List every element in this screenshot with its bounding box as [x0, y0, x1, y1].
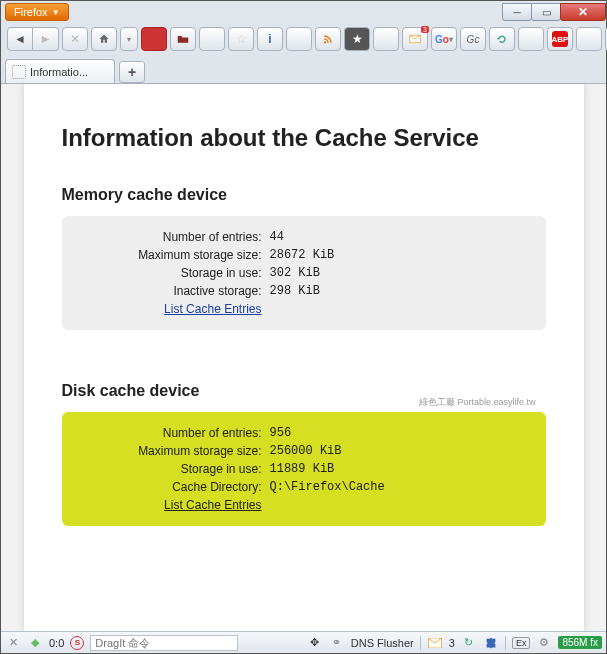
star-icon[interactable]: ☆	[228, 27, 254, 51]
disk-dir-label: Cache Directory:	[70, 478, 270, 496]
firefox-menu-button[interactable]: Firefox ▼	[5, 3, 69, 21]
info-icon[interactable]: i	[257, 27, 283, 51]
disk-entries-label: Number of entries:	[70, 424, 270, 442]
back-button[interactable]: ◄	[7, 27, 33, 51]
empty-button-2[interactable]	[286, 27, 312, 51]
gear-icon[interactable]: ⚙	[536, 635, 552, 651]
watermark-text: 綠色工廠 Portable.easylife.tw	[419, 396, 536, 409]
close-button[interactable]: ✕	[560, 3, 606, 21]
mem-inactive-value: 298 KiB	[270, 282, 320, 300]
dragit-input[interactable]	[90, 635, 238, 651]
forward-button[interactable]: ►	[33, 27, 59, 51]
mem-max-value: 28672 KiB	[270, 246, 335, 264]
mem-list-entries-link[interactable]: List Cache Entries	[164, 302, 261, 316]
memory-badge[interactable]: 856M fx	[558, 636, 602, 649]
ex-badge[interactable]: Ex	[512, 637, 531, 649]
mem-entries-label: Number of entries:	[70, 228, 270, 246]
red-square-icon[interactable]	[141, 27, 167, 51]
google-icon[interactable]: Go▾	[431, 27, 457, 51]
puzzle-icon[interactable]	[483, 635, 499, 651]
mem-entries-value: 44	[270, 228, 284, 246]
disk-cache-box: 綠色工廠 Portable.easylife.tw Number of entr…	[62, 412, 546, 526]
rss-icon[interactable]	[315, 27, 341, 51]
new-tab-button[interactable]: +	[119, 61, 145, 83]
noscript-icon[interactable]: S	[70, 636, 84, 650]
statusbar: ✕ ◆ 0:0 S ✥ ⚭ DNS Flusher 3 ↻ Ex ⚙ 856M …	[1, 631, 606, 653]
disk-inuse-value: 11889 KiB	[270, 460, 335, 478]
reload-icon[interactable]	[489, 27, 515, 51]
disk-dir-value: Q:\Firefox\Cache	[270, 478, 385, 496]
empty-button-4[interactable]	[518, 27, 544, 51]
mem-inactive-label: Inactive storage:	[70, 282, 270, 300]
separator	[505, 636, 506, 650]
separator	[420, 636, 421, 650]
progress-text: 0:0	[49, 637, 64, 649]
mail-icon[interactable]: 3	[402, 27, 428, 51]
firefox-window: Firefox ▼ ─ ▭ ✕ ◄ ► ✕ ▾ ☆ i ★	[0, 0, 607, 654]
gc-button[interactable]: Gc	[460, 27, 486, 51]
tab-title: Informatio...	[30, 66, 108, 78]
stop-button[interactable]: ✕	[62, 27, 88, 51]
status-close-icon[interactable]: ✕	[5, 635, 21, 651]
empty-button-5[interactable]	[576, 27, 602, 51]
firefox-menu-label: Firefox	[14, 6, 48, 18]
disk-list-entries-link[interactable]: List Cache Entries	[164, 498, 261, 512]
tab-information[interactable]: Informatio...	[5, 59, 115, 83]
memory-heading: Memory cache device	[62, 186, 546, 204]
tag-icon[interactable]: ◆	[27, 635, 43, 651]
mem-inuse-value: 302 KiB	[270, 264, 320, 282]
tab-strip: Informatio... +	[1, 55, 606, 83]
disk-max-label: Maximum storage size:	[70, 442, 270, 460]
folder-icon[interactable]	[170, 27, 196, 51]
mem-max-label: Maximum storage size:	[70, 246, 270, 264]
chevron-down-icon: ▼	[52, 8, 60, 17]
memory-cache-box: Number of entries:44 Maximum storage siz…	[62, 216, 546, 330]
disk-inuse-label: Storage in use:	[70, 460, 270, 478]
minimize-button[interactable]: ─	[502, 3, 532, 21]
page-title: Information about the Cache Service	[62, 124, 546, 152]
content-area: Information about the Cache Service Memo…	[1, 83, 606, 631]
mail-count: 3	[449, 637, 455, 649]
nav-toolbar: ◄ ► ✕ ▾ ☆ i ★ 3 Go▾ Gc ABP	[1, 23, 606, 55]
dnsflusher-label[interactable]: DNS Flusher	[351, 637, 414, 649]
empty-button-1[interactable]	[199, 27, 225, 51]
cache-page: Information about the Cache Service Memo…	[24, 84, 584, 631]
refresh-status-icon[interactable]: ↻	[461, 635, 477, 651]
home-icon	[98, 33, 110, 45]
empty-button-3[interactable]	[373, 27, 399, 51]
mail-badge: 3	[421, 26, 429, 33]
tab-favicon	[12, 65, 26, 79]
abp-icon[interactable]: ABP	[547, 27, 573, 51]
titlebar: Firefox ▼ ─ ▭ ✕	[1, 1, 606, 23]
disk-entries-value: 956	[270, 424, 292, 442]
disk-max-value: 256000 KiB	[270, 442, 342, 460]
bookmark-star-icon[interactable]: ★	[344, 27, 370, 51]
link-icon[interactable]: ⚭	[329, 635, 345, 651]
window-controls: ─ ▭ ✕	[503, 3, 606, 21]
maximize-button[interactable]: ▭	[531, 3, 561, 21]
home-button[interactable]	[91, 27, 117, 51]
move-icon[interactable]: ✥	[307, 635, 323, 651]
bookmark-dropdown[interactable]: ▾	[120, 27, 138, 51]
status-mail-icon[interactable]	[427, 635, 443, 651]
mem-inuse-label: Storage in use:	[70, 264, 270, 282]
